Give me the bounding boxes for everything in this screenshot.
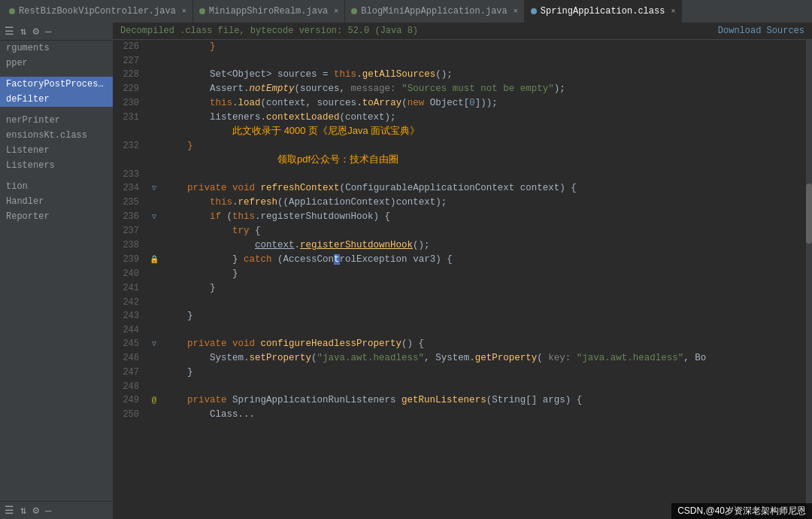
code-table: 226 } 227 228 Set< [113, 40, 812, 422]
sort-icon[interactable]: ⇅ [20, 25, 26, 38]
line-gutter-235 [147, 196, 162, 210]
sidebar-item-handler[interactable]: Handler [0, 194, 113, 209]
sidebar-item-listener[interactable]: Listener [0, 143, 113, 158]
line-content-226: } [162, 40, 812, 54]
line-content-227 [162, 54, 812, 68]
align-icon[interactable]: ☰ [5, 25, 14, 38]
table-row: 245 ▽ private void configureHeadlessProp… [113, 337, 812, 351]
line-num-232: 232 [113, 139, 147, 168]
line-content-237: try { [162, 224, 812, 238]
table-row: 232 } 领取pdf公众号：技术自由圈 [113, 139, 812, 168]
table-row: 226 } [113, 40, 812, 54]
tab-miniappshiro[interactable]: MiniappShiroRealm.java × [193, 0, 345, 23]
settings-icon[interactable]: ⚙ [32, 25, 38, 38]
line-num-244: 244 [113, 323, 147, 337]
sidebar-item-nerprinter[interactable]: nerPrinter [0, 113, 113, 128]
vertical-scrollbar[interactable] [806, 40, 812, 519]
line-content-248 [162, 380, 812, 393]
scrollbar-thumb[interactable] [806, 184, 812, 244]
line-content-241: } [162, 281, 812, 296]
table-row: 247 } [113, 366, 812, 380]
table-row: 241 } [113, 281, 812, 296]
line-num-229: 229 [113, 82, 147, 96]
tab-springapplication[interactable]: SpringApplication.class × [525, 0, 683, 23]
tab-restbiz[interactable]: RestBizBookVipController.java × [3, 0, 193, 23]
minus-icon[interactable]: — [45, 26, 51, 38]
sidebar-toolbar-top: ☰ ⇅ ⚙ — [0, 23, 113, 41]
line-gutter-228 [147, 68, 162, 82]
table-row: 239 🔒 } catch (AccessControlException va… [113, 253, 812, 267]
line-num-226: 226 [113, 40, 147, 54]
table-row: 231 listeners.contextLoaded(context); 此文… [113, 111, 812, 139]
line-content-236: if (this.registerShutdownHook) { [162, 210, 812, 224]
line-num-245: 245 [113, 337, 147, 351]
tab-label-springapplication: SpringApplication.class [541, 6, 665, 17]
line-gutter-250 [147, 408, 162, 422]
sidebar-item-extensionskt[interactable]: ensionsKt.class [0, 128, 113, 143]
line-gutter-245: ▽ [147, 337, 162, 351]
sidebar-toolbar-bottom: ☰ ⇅ ⚙ — [0, 501, 113, 519]
table-row: 240 } [113, 267, 812, 281]
sidebar-item-arguments[interactable]: rguments [0, 41, 113, 56]
line-gutter-241 [147, 281, 162, 296]
line-gutter-233 [147, 168, 162, 181]
line-num-237: 237 [113, 224, 147, 238]
table-row: 230 this.load(context, sources.toArray(n… [113, 96, 812, 111]
minus-bottom-icon[interactable]: — [45, 505, 51, 517]
line-num-240: 240 [113, 267, 147, 281]
sidebar-item-factorypost[interactable]: FactoryPostProcesso [0, 77, 113, 92]
sidebar: ☰ ⇅ ⚙ — rguments pper FactoryPostProcess… [0, 23, 113, 519]
line-num-234: 234 [113, 181, 147, 196]
line-content-243: } [162, 309, 812, 323]
sidebar-item-pper[interactable]: pper [0, 56, 113, 71]
table-row: 235 this.refresh((ApplicationContext)con… [113, 196, 812, 210]
line-num-248: 248 [113, 380, 147, 393]
settings-bottom-icon[interactable]: ⚙ [32, 504, 38, 517]
code-scroll[interactable]: 226 } 227 228 Set< [113, 40, 812, 519]
line-num-239: 239 [113, 253, 147, 267]
line-content-245: private void configureHeadlessProperty()… [162, 337, 812, 351]
tab-blogminiapp[interactable]: BlogMiniAppApplication.java × [345, 0, 524, 23]
download-sources-link[interactable]: Download Sources [718, 26, 804, 36]
line-gutter-242 [147, 296, 162, 309]
line-content-230: this.load(context, sources.toArray(new O… [162, 96, 812, 111]
tab-close-miniappshiro[interactable]: × [334, 8, 338, 16]
sort-bottom-icon[interactable]: ⇅ [20, 504, 26, 517]
table-row: 244 [113, 323, 812, 337]
line-gutter-249: @ [147, 393, 162, 408]
line-gutter-236: ▽ [147, 210, 162, 224]
line-content-231: listeners.contextLoaded(context); 此文收录于 … [162, 111, 812, 139]
line-content-234: private void refreshContext(Configurable… [162, 181, 812, 196]
line-gutter-226 [147, 40, 162, 54]
watermark: CSDN,@40岁资深老架构师尼恩 [671, 503, 812, 519]
table-row: 228 Set<Object> sources = this.getAllSou… [113, 68, 812, 82]
table-row: 248 [113, 380, 812, 393]
line-content-238: context.registerShutdownHook(); [162, 238, 812, 253]
sidebar-item-reporter[interactable]: Reporter [0, 209, 113, 224]
tab-close-springapplication[interactable]: × [671, 8, 675, 16]
line-gutter-231 [147, 111, 162, 139]
line-num-231: 231 [113, 111, 147, 139]
line-num-246: 246 [113, 351, 147, 366]
align-bottom-icon[interactable]: ☰ [5, 504, 14, 517]
sidebar-item-defilter[interactable]: deFilter [0, 92, 113, 107]
table-row: 234 ▽ private void refreshContext(Config… [113, 181, 812, 196]
line-num-250: 250 [113, 408, 147, 422]
tab-bar: RestBizBookVipController.java × MiniappS… [0, 0, 812, 23]
table-row: 227 [113, 54, 812, 68]
tab-close-restbiz[interactable]: × [182, 8, 186, 16]
info-bar: Decompiled .class file, bytecode version… [113, 23, 812, 40]
table-row: 242 [113, 296, 812, 309]
tab-dot-springapplication [531, 8, 537, 14]
line-content-246: System.setProperty("java.awt.headless", … [162, 351, 812, 366]
tab-close-blogminiapp[interactable]: × [514, 8, 518, 16]
tab-dot-blogminiapp [351, 8, 357, 14]
sidebar-item-listeners[interactable]: Listeners [0, 158, 113, 173]
line-gutter-229 [147, 82, 162, 96]
line-gutter-243 [147, 309, 162, 323]
info-bar-left: Decompiled .class file, bytecode version… [120, 26, 418, 36]
sidebar-item-tion[interactable]: tion [0, 179, 113, 194]
line-content-242 [162, 296, 812, 309]
line-content-239: } catch (AccessControlException var3) { [162, 253, 812, 267]
table-row: 238 context.registerShutdownHook(); [113, 238, 812, 253]
